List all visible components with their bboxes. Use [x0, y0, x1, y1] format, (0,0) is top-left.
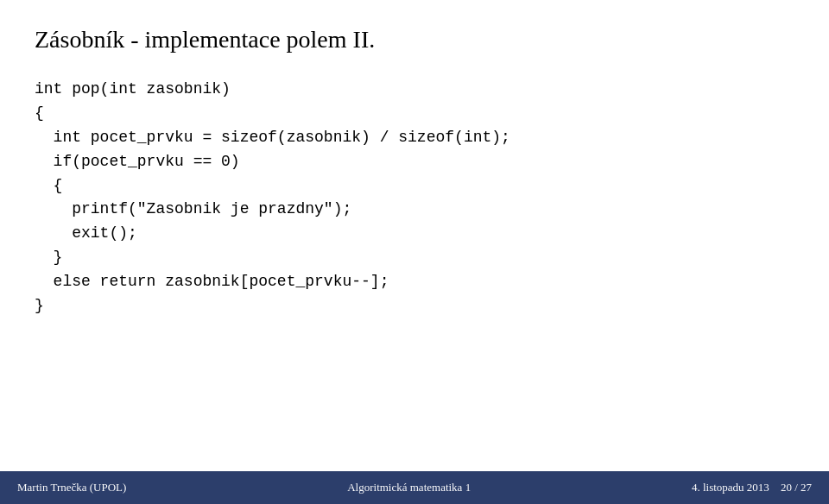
slide-footer: Martin Trnečka (UPOL) Algoritmická matem…: [0, 471, 829, 504]
footer-slide-number: 20 / 27: [781, 481, 812, 494]
slide-content: Zásobník - implementace polem II. int po…: [0, 0, 829, 471]
slide-title: Zásobník - implementace polem II.: [35, 26, 794, 54]
footer-date-slide: 4. listopadu 2013 20 / 27: [692, 481, 812, 495]
footer-course: Algoritmická matematika 1: [347, 481, 471, 495]
footer-date: 4. listopadu 2013: [692, 481, 769, 494]
code-block: int pop(int zasobnik) { int pocet_prvku …: [35, 78, 794, 318]
footer-author: Martin Trnečka (UPOL): [17, 481, 126, 495]
